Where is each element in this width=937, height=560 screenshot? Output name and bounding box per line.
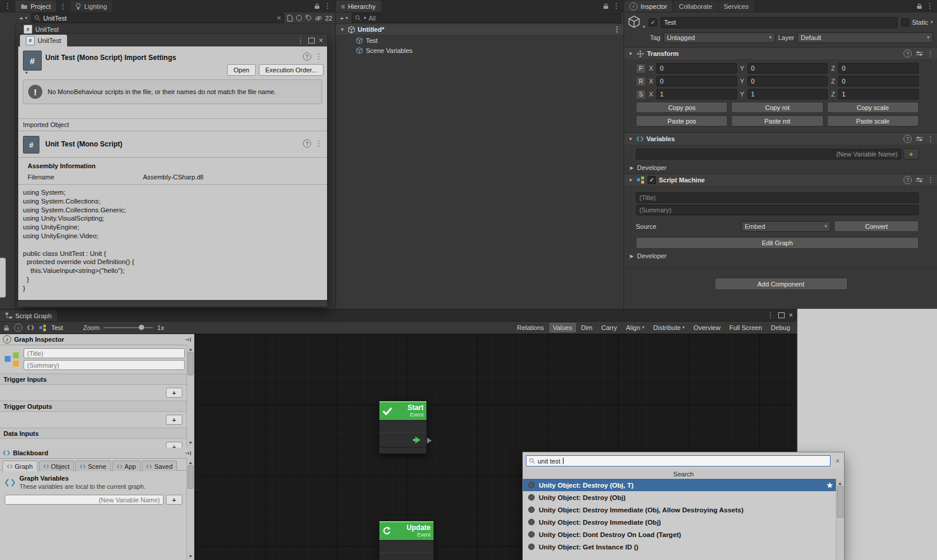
transform-header[interactable]: ▼ Transform ? ⋮ <box>624 47 937 60</box>
kebab-icon[interactable]: ⋮ <box>613 2 620 9</box>
kebab-icon[interactable]: ⋮ <box>927 50 934 57</box>
object-name-field[interactable]: Test <box>661 17 898 28</box>
copy-scale-button[interactable]: Copy scale <box>827 102 919 113</box>
hierarchy-item-scene-variables[interactable]: Scene Variables <box>336 45 624 55</box>
relations-toggle[interactable]: Relations <box>513 323 548 332</box>
scene-header-row[interactable]: ▼ Untitled* ⋮ <box>336 24 624 35</box>
result-row[interactable]: Unity Object: Destroy Immediate (Obj, Al… <box>523 504 836 516</box>
dock-panel-icon[interactable] <box>185 451 191 456</box>
maximize-icon[interactable] <box>778 312 785 318</box>
fuzzy-search-input[interactable]: unit test <box>526 455 831 466</box>
zoom-slider[interactable] <box>104 327 153 328</box>
foldout-open-icon[interactable]: ▼ <box>628 51 633 56</box>
paste-pos-button[interactable]: Paste pos <box>636 115 728 126</box>
preset-sphere-icon[interactable] <box>296 15 302 21</box>
maximize-icon[interactable] <box>308 38 315 44</box>
values-toggle[interactable]: Values <box>549 323 576 332</box>
paste-rot-button[interactable]: Paste rot <box>731 115 823 126</box>
kebab-icon[interactable]: ⋮ <box>767 312 774 319</box>
foldout-open-icon[interactable]: ▼ <box>628 136 633 142</box>
kebab-icon[interactable]: ⋮ <box>324 2 331 9</box>
scrollbar[interactable] <box>836 479 844 560</box>
help-icon[interactable]: ? <box>903 49 912 58</box>
start-event-node[interactable]: Start Event <box>379 401 427 454</box>
port-connector-nub[interactable] <box>427 438 435 444</box>
position-x-field[interactable]: 0 <box>656 63 737 74</box>
carry-toggle[interactable]: Carry <box>598 323 621 332</box>
search-by-type-icon[interactable] <box>287 15 293 22</box>
scroll-down-icon[interactable] <box>189 555 192 559</box>
open-button[interactable]: Open <box>227 64 256 76</box>
tab-saved-variables[interactable]: Saved <box>142 461 177 471</box>
tab-scene-variables[interactable]: Scene <box>75 461 111 471</box>
graph-inspector-toggle-icon[interactable]: i <box>14 324 22 332</box>
kebab-icon[interactable]: ⋮ <box>927 176 934 184</box>
lock-icon[interactable] <box>916 3 922 9</box>
clear-search-icon[interactable]: × <box>277 15 281 22</box>
enabled-checkbox[interactable]: ✓ <box>648 176 656 184</box>
copy-pos-button[interactable]: Copy pos <box>636 102 728 113</box>
graph-summary-input[interactable]: (Summary) <box>636 205 919 215</box>
help-icon[interactable]: ? <box>303 52 311 61</box>
add-variable-button[interactable]: + <box>166 495 182 505</box>
dim-toggle[interactable]: Dim <box>578 323 596 332</box>
tab-unittest[interactable]: # UnitTest <box>20 35 67 46</box>
dock-panel-icon[interactable] <box>185 337 191 342</box>
result-row[interactable]: Unity Object: Destroy (Obj, T) ★ <box>523 479 836 491</box>
floating-window-titlebar[interactable]: # UnitTest ⋮ × <box>18 34 327 46</box>
position-y-field[interactable]: 0 <box>748 63 828 74</box>
help-icon[interactable]: ? <box>303 139 311 148</box>
active-checkbox[interactable]: ✓ <box>649 18 657 26</box>
chevron-down-icon[interactable]: ▾ <box>25 71 28 75</box>
close-icon[interactable]: × <box>789 312 793 319</box>
developer-foldout[interactable]: ▶ Developer <box>624 249 937 262</box>
zoom-slider-thumb[interactable] <box>139 325 144 330</box>
create-asset-button[interactable]: + ▾ <box>18 15 28 22</box>
debug-button[interactable]: Debug <box>768 323 793 332</box>
kebab-icon[interactable]: ⋮ <box>927 135 934 142</box>
tab-hierarchy[interactable]: ≡ Hierarchy <box>336 1 381 12</box>
copy-rot-button[interactable]: Copy rot <box>731 102 823 113</box>
add-variable-button[interactable]: + <box>903 148 919 159</box>
tab-services[interactable]: Services <box>719 1 754 12</box>
result-row[interactable]: Unity Object: Destroy (Obj) <box>523 491 836 504</box>
scroll-thumb[interactable] <box>837 486 843 518</box>
help-icon[interactable]: ? <box>903 176 912 184</box>
lock-icon[interactable] <box>603 3 609 9</box>
lock-icon[interactable] <box>4 325 9 331</box>
static-flags-chevron-icon[interactable]: ▾ <box>931 20 933 25</box>
add-trigger-output-button[interactable]: + <box>166 415 182 425</box>
hierarchy-item-test[interactable]: Test <box>336 35 624 45</box>
scale-y-field[interactable]: 1 <box>748 89 828 99</box>
blackboard-toggle-icon[interactable] <box>27 325 34 331</box>
scrollbar[interactable] <box>186 458 194 560</box>
add-component-button[interactable]: Add Component <box>715 278 848 290</box>
tab-graph-variables[interactable]: Graph <box>2 461 38 471</box>
script-asset-icon[interactable]: # <box>23 51 42 71</box>
tab-object-variables[interactable]: Object <box>39 461 75 471</box>
execution-order-button[interactable]: Execution Order... <box>259 64 324 76</box>
kebab-icon[interactable]: ⋮ <box>315 53 322 60</box>
graph-breadcrumb[interactable]: Test <box>51 324 63 331</box>
static-checkbox[interactable] <box>901 18 909 26</box>
presets-icon[interactable] <box>916 177 923 183</box>
scene-menu-icon[interactable]: ⋮ <box>613 26 621 33</box>
align-dropdown[interactable]: Align▾ <box>622 323 648 332</box>
favorite-star-icon[interactable]: ★ <box>826 481 833 489</box>
tab-collaborate[interactable]: Collaborate <box>673 1 717 12</box>
graph-summary-input[interactable]: (Summary) <box>24 360 185 370</box>
scroll-thumb[interactable] <box>188 465 194 489</box>
static-toggle[interactable]: Static ▾ <box>901 18 933 26</box>
help-icon[interactable]: ? <box>903 135 912 143</box>
gameobject-icon[interactable]: ▾ <box>628 15 645 29</box>
source-dropdown[interactable]: Embed ▾ <box>741 221 831 232</box>
graph-title-input[interactable]: (Title) <box>24 348 185 358</box>
script-machine-header[interactable]: ▼ ✓ Script Machine ? ⋮ <box>624 174 937 186</box>
scroll-thumb[interactable] <box>188 352 194 375</box>
project-search-input[interactable]: UnitTest × <box>31 13 284 23</box>
result-row[interactable]: Unity Object: Dont Destroy On Load (Targ… <box>523 528 836 541</box>
tab-lighting[interactable]: Lighting <box>70 1 112 12</box>
project-tab-menu-icon[interactable]: ⋮ <box>59 3 66 10</box>
variables-header[interactable]: ▼ Variables ? ⋮ <box>624 132 937 145</box>
developer-foldout[interactable]: ▶ Developer <box>624 161 937 174</box>
